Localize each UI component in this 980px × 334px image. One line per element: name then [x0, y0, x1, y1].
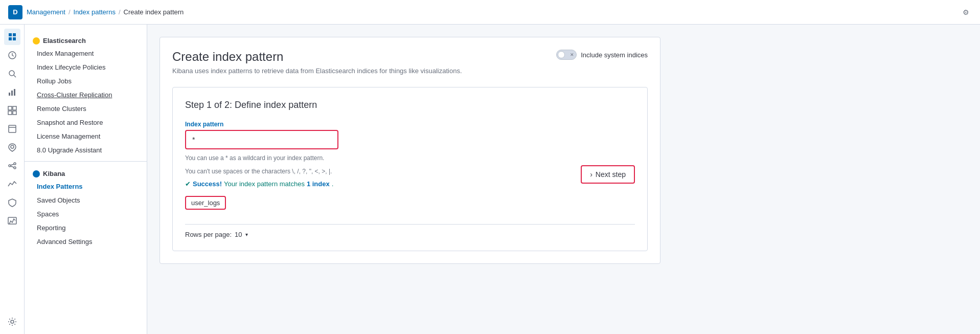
nav-settings-icon[interactable] — [4, 314, 20, 330]
result-index-tag[interactable]: user_logs — [185, 196, 226, 210]
svg-rect-14 — [9, 125, 16, 132]
index-pattern-input[interactable] — [185, 130, 338, 149]
svg-rect-2 — [9, 37, 12, 40]
nav-canvas-icon[interactable] — [4, 121, 20, 137]
create-index-pattern-card: Create index pattern Kibana uses index p… — [159, 37, 660, 264]
breadcrumb-sep-2: / — [119, 8, 121, 16]
svg-point-24 — [33, 37, 40, 44]
breadcrumb-management[interactable]: Management — [27, 8, 65, 16]
svg-rect-3 — [13, 37, 16, 40]
svg-line-21 — [11, 166, 14, 167]
include-system-toggle-container: ✕ Include system indices — [556, 50, 648, 60]
nav-security-icon[interactable] — [4, 194, 20, 211]
sidebar-item-cross-cluster-replication[interactable]: Cross-Cluster Replication — [25, 88, 147, 102]
svg-point-18 — [14, 163, 16, 165]
nav-discover-icon[interactable] — [4, 65, 20, 82]
nav-monitoring-icon[interactable] — [4, 213, 20, 229]
card-header-left: Create index pattern Kibana uses index p… — [172, 50, 462, 87]
sidebar-item-saved-objects[interactable]: Saved Objects — [25, 193, 147, 207]
nav-clock-icon[interactable] — [4, 47, 20, 63]
success-text: Your index pattern matches — [224, 180, 305, 188]
hint-line1: You can use a * as a wildcard in your in… — [185, 153, 635, 163]
svg-rect-11 — [13, 106, 16, 110]
icon-nav — [0, 25, 25, 334]
svg-rect-9 — [14, 89, 15, 96]
step-title: Step 1 of 2: Define index pattern — [185, 100, 635, 110]
sidebar-item-rollup-jobs[interactable]: Rollup Jobs — [25, 74, 147, 88]
page-subtitle: Kibana uses index patterns to retrieve d… — [172, 67, 462, 75]
sidebar: Elasticsearch Index Management Index Lif… — [25, 25, 147, 334]
sidebar-item-remote-clusters[interactable]: Remote Clusters — [25, 102, 147, 116]
page-title: Create index pattern — [172, 50, 462, 64]
nav-management-icon[interactable] — [4, 29, 20, 45]
svg-point-16 — [11, 145, 14, 148]
nav-dashboard-icon[interactable] — [4, 102, 20, 119]
result-row: user_logs — [185, 196, 635, 218]
breadcrumb-current: Create index pattern — [124, 8, 184, 16]
layout: Elasticsearch Index Management Index Lif… — [0, 25, 980, 334]
svg-point-19 — [14, 167, 16, 169]
success-prefix: Success! — [193, 180, 222, 188]
rows-chevron-icon: ▾ — [245, 232, 248, 237]
success-count: 1 index — [307, 180, 330, 188]
nav-ml-icon[interactable] — [4, 158, 20, 174]
next-step-button[interactable]: › Next step — [581, 165, 635, 184]
sidebar-divider — [25, 161, 147, 162]
hint-line2: You can't use spaces or the characters \… — [185, 167, 635, 176]
include-system-toggle[interactable]: ✕ — [556, 50, 577, 60]
index-pattern-input-wrap — [185, 130, 635, 149]
nav-visualize-icon[interactable] — [4, 84, 20, 100]
nav-observability-icon[interactable] — [4, 176, 20, 192]
sidebar-item-index-management[interactable]: Index Management — [25, 47, 147, 60]
topbar-actions: ⚙ — [960, 6, 972, 18]
sidebar-item-upgrade-assistant[interactable]: 8.0 Upgrade Assistant — [25, 143, 147, 157]
rows-per-page-value: 10 — [235, 231, 242, 238]
nav-maps-icon[interactable] — [4, 139, 20, 155]
rows-per-page[interactable]: Rows per page: 10 ▾ — [185, 231, 635, 238]
sidebar-item-snapshot-and-restore[interactable]: Snapshot and Restore — [25, 116, 147, 129]
svg-point-17 — [9, 165, 11, 167]
form-section: Index pattern You can use a * as a wildc… — [185, 121, 635, 188]
settings-topbar-icon[interactable]: ⚙ — [960, 6, 972, 18]
step-panel: Step 1 of 2: Define index pattern Index … — [172, 87, 648, 251]
svg-rect-13 — [13, 111, 16, 115]
svg-rect-8 — [11, 91, 13, 96]
sidebar-item-spaces[interactable]: Spaces — [25, 207, 147, 221]
svg-point-23 — [11, 320, 14, 323]
sidebar-item-license-management[interactable]: License Management — [25, 129, 147, 143]
svg-point-25 — [33, 170, 40, 177]
svg-line-20 — [11, 164, 14, 165]
toggle-knob — [558, 51, 565, 58]
svg-rect-12 — [8, 111, 12, 115]
elasticsearch-section-title: Elasticsearch — [25, 33, 147, 47]
rows-per-page-label: Rows per page: — [185, 231, 232, 238]
sidebar-item-advanced-settings[interactable]: Advanced Settings — [25, 235, 147, 249]
kibana-section-title: Kibana — [25, 166, 147, 180]
include-system-label: Include system indices — [581, 51, 648, 59]
breadcrumb-index-patterns[interactable]: Index patterns — [74, 8, 116, 16]
breadcrumb-sep-1: / — [69, 8, 71, 16]
sidebar-item-reporting[interactable]: Reporting — [25, 221, 147, 235]
svg-point-5 — [9, 71, 14, 76]
main-content: Create index pattern Kibana uses index p… — [147, 25, 980, 334]
step-content: Index pattern You can use a * as a wildc… — [185, 121, 635, 196]
card-header: Create index pattern Kibana uses index p… — [172, 50, 648, 87]
sidebar-item-index-lifecycle-policies[interactable]: Index Lifecycle Policies — [25, 60, 147, 74]
svg-rect-1 — [13, 33, 16, 36]
next-step-label: Next step — [596, 170, 626, 179]
topbar: D Management / Index patterns / Create i… — [0, 0, 980, 25]
index-pattern-label: Index pattern — [185, 121, 635, 128]
success-message: ✔ Success! Your index pattern matches 1 … — [185, 180, 635, 188]
breadcrumb: Management / Index patterns / Create ind… — [27, 8, 184, 16]
app-logo[interactable]: D — [8, 5, 22, 19]
toggle-x-icon: ✕ — [570, 52, 574, 57]
svg-rect-10 — [8, 106, 12, 110]
sidebar-item-index-patterns[interactable]: Index Patterns — [25, 180, 147, 193]
check-icon: ✔ — [185, 180, 191, 188]
divider — [185, 224, 635, 225]
svg-rect-0 — [9, 33, 12, 36]
next-step-arrow-icon: › — [590, 170, 592, 179]
svg-rect-7 — [9, 93, 10, 96]
svg-line-6 — [14, 75, 16, 77]
